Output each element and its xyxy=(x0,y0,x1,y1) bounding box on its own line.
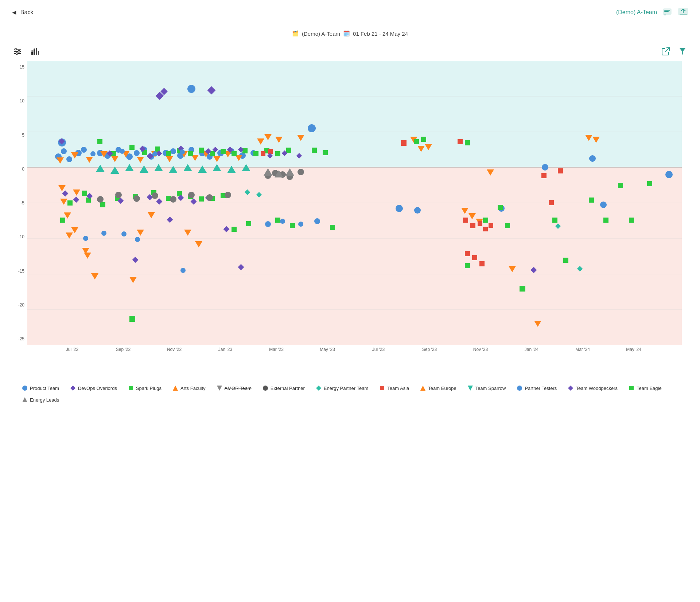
funnel-filter-button[interactable] xyxy=(676,45,689,58)
data-point xyxy=(298,169,304,175)
legend-devops-overlords: DevOps Overlords xyxy=(70,385,117,391)
legend-energy-leads: Energy Leads xyxy=(22,397,59,403)
svg-rect-1 xyxy=(664,10,670,11)
svg-point-11 xyxy=(18,51,20,52)
data-point xyxy=(589,198,594,203)
data-point xyxy=(483,218,488,223)
svg-line-20 xyxy=(665,48,669,52)
legend-arts-faculty-symbol xyxy=(172,385,178,391)
data-point xyxy=(135,237,140,242)
data-point xyxy=(61,148,67,154)
data-point xyxy=(115,192,122,198)
data-point xyxy=(618,183,623,188)
svg-point-17 xyxy=(31,50,33,52)
legend-spark-plugs: Spark Plugs xyxy=(128,385,162,391)
legend-external-partner-label: External Partner xyxy=(271,386,305,391)
legend-arts-faculty: Arts Faculty xyxy=(172,385,206,391)
data-point xyxy=(242,148,248,153)
legend-arts-faculty-label: Arts Faculty xyxy=(180,386,206,391)
subtitle-team-name: (Demo) A-Team xyxy=(302,31,340,37)
legend-team-eagle-symbol xyxy=(629,385,634,391)
data-point xyxy=(83,236,88,241)
svg-point-19 xyxy=(36,48,37,49)
svg-rect-16 xyxy=(38,51,39,55)
chart-view-button[interactable] xyxy=(28,45,42,58)
data-point xyxy=(396,205,403,212)
legend-energy-leads-symbol xyxy=(22,397,28,403)
external-link-button[interactable] xyxy=(659,45,672,58)
team-name-header: (Demo) A-Team xyxy=(616,9,657,16)
x-axis: Jul '22 Sep '22 Nov '22 Jan '23 Mar '23 … xyxy=(27,347,682,358)
data-point xyxy=(280,219,285,224)
data-point xyxy=(232,151,237,156)
y-label-0: 0 xyxy=(22,167,24,172)
export-icon[interactable] xyxy=(677,7,689,18)
data-point xyxy=(97,139,102,144)
toolbar-right xyxy=(659,45,689,58)
x-label-mar24: Mar '24 xyxy=(575,347,590,352)
legend-team-woodpeckers: Team Woodpeckers xyxy=(568,385,618,391)
svg-rect-2 xyxy=(664,11,669,12)
svg-rect-6 xyxy=(680,14,687,15)
legend-amor-team: AMOR Team xyxy=(217,385,252,391)
data-point xyxy=(458,139,463,144)
legend-energy-leads-label: Energy Leads xyxy=(30,397,59,403)
date-range: 01 Feb 21 - 24 May 24 xyxy=(353,31,408,37)
data-point xyxy=(121,231,127,236)
data-point xyxy=(478,221,482,226)
svg-marker-42 xyxy=(420,386,425,391)
legend-team-europe: Team Europe xyxy=(420,385,456,391)
data-point xyxy=(90,151,96,156)
y-label-10: 10 xyxy=(20,98,24,103)
legend-product-team: Product Team xyxy=(22,385,59,391)
data-point xyxy=(647,181,652,186)
legend-amor-team-symbol xyxy=(217,385,222,391)
x-label-jan24: Jan '24 xyxy=(525,347,538,352)
svg-marker-21 xyxy=(679,48,686,55)
data-point xyxy=(129,145,135,150)
main-chart-svg xyxy=(27,61,682,345)
x-label-may24: May '24 xyxy=(626,347,641,352)
svg-rect-45 xyxy=(568,386,573,391)
legend-team-eagle-label: Team Eagle xyxy=(637,386,662,391)
legend-team-sparrow-label: Team Sparrow xyxy=(475,386,506,391)
data-point xyxy=(470,223,475,228)
legend-spark-plugs-label: Spark Plugs xyxy=(136,386,162,391)
legend-energy-partner-label: Energy Partner Team xyxy=(324,386,369,391)
x-label-jul22: Jul '22 xyxy=(66,347,78,352)
data-point xyxy=(97,196,104,203)
back-label: Back xyxy=(20,9,34,16)
y-label-n10: -10 xyxy=(18,234,24,239)
data-point xyxy=(120,149,125,154)
legend-team-asia: Team Asia xyxy=(379,385,409,391)
svg-rect-36 xyxy=(129,386,133,390)
data-point xyxy=(600,202,607,208)
x-label-sep23: Sep '23 xyxy=(422,347,437,352)
y-label-15: 15 xyxy=(20,64,24,70)
back-button[interactable]: ◄ Back xyxy=(11,9,33,16)
filter-settings-button[interactable] xyxy=(11,45,24,58)
y-label-n20: -20 xyxy=(18,302,24,308)
data-point xyxy=(152,151,158,156)
data-point xyxy=(180,268,186,273)
data-point xyxy=(421,137,426,142)
data-point xyxy=(170,196,176,203)
y-label-n5: -5 xyxy=(20,200,24,206)
legend-team-sparrow: Team Sparrow xyxy=(467,385,506,391)
x-label-nov23: Nov '23 xyxy=(473,347,488,352)
data-point xyxy=(290,223,295,228)
data-point xyxy=(275,218,280,223)
data-point xyxy=(82,191,87,196)
svg-rect-13 xyxy=(31,52,33,55)
y-label-n25: -25 xyxy=(18,336,24,341)
svg-rect-40 xyxy=(316,386,321,391)
data-point xyxy=(465,140,470,145)
svg-point-18 xyxy=(34,48,35,50)
x-label-nov22: Nov '22 xyxy=(167,347,182,352)
data-point xyxy=(188,192,195,198)
data-point xyxy=(81,147,87,153)
chat-icon[interactable] xyxy=(661,7,673,18)
x-label-may23: May '23 xyxy=(320,347,335,352)
legend-team-europe-symbol xyxy=(420,385,426,391)
back-arrow-icon: ◄ xyxy=(11,9,18,16)
